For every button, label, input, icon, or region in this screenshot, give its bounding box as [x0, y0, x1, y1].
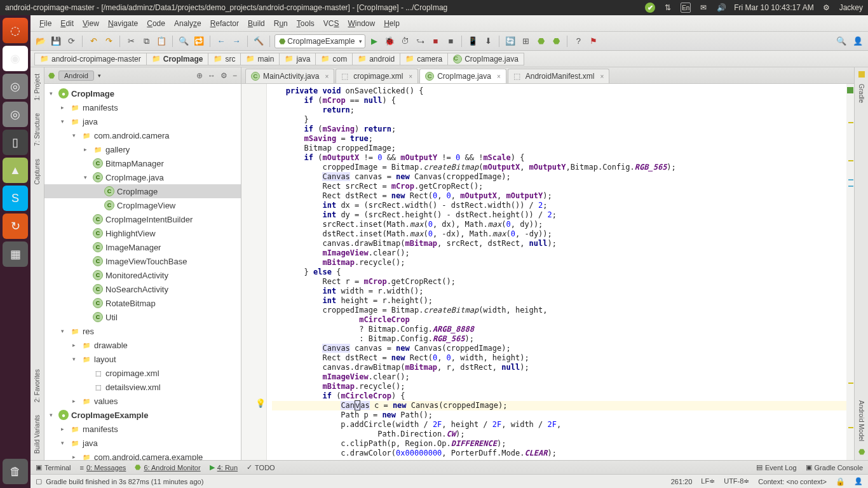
tab-run[interactable]: ▶ 4: Run: [210, 463, 238, 471]
crumb-module[interactable]: 📁CropImage: [146, 53, 209, 65]
app-icon[interactable]: ▦: [3, 241, 28, 267]
crumb-file[interactable]: CCropImage.java: [447, 53, 524, 65]
trash-icon[interactable]: 🗑: [3, 459, 28, 484]
status-caret-pos[interactable]: 261:20: [671, 478, 693, 485]
stop2-icon[interactable]: ■: [444, 35, 457, 48]
redo-icon[interactable]: ↷: [102, 35, 115, 48]
crumb-java[interactable]: 📁java: [279, 53, 316, 65]
back-icon[interactable]: ←: [215, 35, 227, 48]
skype-icon[interactable]: S: [3, 186, 28, 211]
search-everywhere-icon[interactable]: 🔍: [835, 35, 848, 48]
menu-run[interactable]: Run: [270, 18, 292, 29]
tree-item[interactable]: ▸📁manifests: [44, 100, 241, 114]
tree-item[interactable]: CRotateBitmap: [44, 296, 241, 310]
debug-icon[interactable]: 🐞: [383, 35, 396, 48]
intention-bulb-icon[interactable]: 💡: [255, 398, 266, 408]
editor-tab[interactable]: ⬚cropimage.xml×: [336, 69, 418, 83]
status-line-sep[interactable]: LF≑: [701, 477, 715, 485]
forward-icon[interactable]: →: [230, 35, 243, 48]
tree-item[interactable]: ▾📁java: [44, 114, 241, 128]
close-tab-icon[interactable]: ×: [409, 73, 412, 80]
tab-event-log[interactable]: ▤ Event Log: [756, 463, 797, 471]
android-studio-icon[interactable]: ▲: [3, 158, 28, 183]
tree-item[interactable]: ▸📁gallery: [44, 142, 241, 156]
tab-captures[interactable]: Captures: [32, 152, 42, 191]
status-toggle-icon[interactable]: ▢: [36, 477, 42, 485]
android2-icon[interactable]: ⬣: [550, 35, 562, 48]
gear-icon[interactable]: ⚙: [822, 3, 832, 13]
tree-item[interactable]: CImageManager: [44, 240, 241, 254]
tree-item[interactable]: ⬚cropimage.xml: [44, 366, 241, 380]
assist-icon[interactable]: ⚑: [587, 35, 600, 48]
avd-icon[interactable]: 📱: [466, 35, 479, 48]
user-icon[interactable]: 👤: [851, 35, 864, 48]
disk2-icon[interactable]: ◎: [3, 102, 28, 127]
tree-item[interactable]: ▾●CropImageExample: [44, 408, 241, 422]
tree-item[interactable]: ▾●CropImage: [44, 86, 241, 100]
replace-icon[interactable]: 🔁: [193, 35, 205, 48]
status-context[interactable]: Context: <no context>: [758, 478, 827, 485]
tree-item[interactable]: ▸📁values: [44, 394, 241, 408]
open-icon[interactable]: 📂: [34, 35, 47, 48]
menu-help[interactable]: Help: [380, 18, 403, 29]
menu-file[interactable]: File: [36, 18, 55, 29]
collapse-icon[interactable]: ↔: [208, 71, 215, 80]
android-icon[interactable]: ⬣: [534, 35, 547, 48]
tree-item[interactable]: CHighlightView: [44, 226, 241, 240]
hide-icon[interactable]: −: [233, 71, 237, 80]
run-config-combo[interactable]: ⬣ CropImageExample: [275, 34, 365, 48]
dash-icon[interactable]: ◌: [3, 18, 28, 43]
tree-item[interactable]: CNoSearchActivity: [44, 282, 241, 296]
editor-tab[interactable]: CCropImage.java×: [419, 69, 506, 83]
tab-terminal[interactable]: ▣ Terminal: [36, 463, 71, 471]
attach-icon[interactable]: ⮑: [414, 35, 426, 48]
tab-build-variants[interactable]: Build Variants: [32, 409, 42, 460]
tab-gradle[interactable]: Gradle: [857, 78, 866, 109]
gear-icon[interactable]: ⚙: [220, 71, 227, 80]
code-viewport[interactable]: 💡 private void onSaveClicked() { if (mCr…: [241, 84, 854, 460]
find-icon[interactable]: 🔍: [177, 35, 190, 48]
crumb-camera[interactable]: 📁camera: [400, 53, 448, 65]
phone-icon[interactable]: ▯: [3, 130, 28, 155]
project-view-combo[interactable]: Android: [58, 71, 94, 81]
sdk-icon[interactable]: ⬇: [482, 35, 494, 48]
close-tab-icon[interactable]: ×: [497, 73, 501, 80]
tree-item[interactable]: ▾📁java: [44, 436, 241, 450]
tree-item[interactable]: ▾📁layout: [44, 352, 241, 366]
menu-vcs[interactable]: VCS: [320, 18, 343, 29]
user-name[interactable]: Jackey: [839, 3, 863, 12]
updater-icon[interactable]: ↻: [3, 214, 28, 239]
tree-item[interactable]: ▾CCropImage.java: [44, 170, 241, 184]
lang-indicator[interactable]: En: [681, 3, 691, 13]
mail-icon[interactable]: ✉: [698, 3, 709, 13]
crumb-root[interactable]: 📁android-cropimage-master: [34, 53, 147, 65]
cut-icon[interactable]: ✂: [125, 35, 137, 48]
save-icon[interactable]: 💾: [50, 35, 62, 48]
tab-messages[interactable]: ≡ 0: Messages: [80, 464, 126, 471]
menu-analyze[interactable]: Analyze: [170, 18, 205, 29]
crumb-main[interactable]: 📁main: [240, 53, 280, 65]
editor-tab[interactable]: CMainActivity.java×: [245, 69, 334, 83]
sync-gradle-icon[interactable]: 🔄: [504, 35, 517, 48]
clock[interactable]: Fri Mar 10 10:43:17 AM: [734, 3, 813, 12]
tree-item[interactable]: CMonitoredActivity: [44, 268, 241, 282]
close-tab-icon[interactable]: ×: [600, 73, 604, 80]
hector-icon[interactable]: 👤: [854, 477, 863, 485]
editor-tab[interactable]: ⬚AndroidManifest.xml×: [508, 69, 610, 83]
stop-icon[interactable]: ■: [429, 35, 442, 48]
tree-item[interactable]: CBitmapManager: [44, 156, 241, 170]
crumb-com[interactable]: 📁com: [315, 53, 353, 65]
tree-item[interactable]: ▾📁res: [44, 324, 241, 338]
tab-gradle-console[interactable]: ▣ Gradle Console: [806, 463, 863, 471]
make-icon[interactable]: 🔨: [252, 35, 265, 48]
menu-navigate[interactable]: Navigate: [104, 18, 142, 29]
menu-refactor[interactable]: Refactor: [207, 18, 243, 29]
tree-item[interactable]: ⬚detailsview.xml: [44, 380, 241, 394]
crumb-android[interactable]: 📁android: [352, 53, 400, 65]
lock-icon[interactable]: 🔒: [836, 477, 845, 486]
tab-todo[interactable]: ✓ TODO: [247, 463, 275, 471]
tree-item[interactable]: ▾📁com.android.camera: [44, 128, 241, 142]
sync-done-icon[interactable]: ✔: [645, 3, 655, 13]
chrome-icon[interactable]: ◉: [3, 46, 28, 71]
tab-structure[interactable]: 7: Structure: [32, 107, 42, 152]
